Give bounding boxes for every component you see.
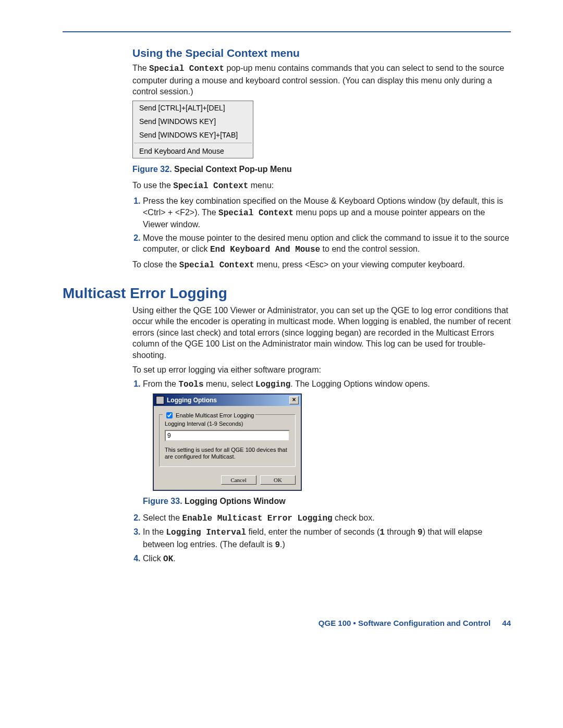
- step-1: Press the key combination specified on t…: [143, 195, 511, 230]
- mel-step-2: Select the Enable Multicast Error Loggin…: [143, 512, 511, 525]
- special-context-steps: Press the key combination specified on t…: [143, 195, 511, 256]
- text: To close the: [132, 260, 179, 269]
- menu-item-send-windows-key[interactable]: Send [WINDOWS KEY]: [133, 115, 253, 128]
- intro-paragraph-2: To use the Special Context menu:: [132, 180, 511, 192]
- page-body: Using the Special Context menu The Speci…: [63, 47, 511, 589]
- term-special-context: Special Context: [173, 181, 248, 191]
- term-logging-interval: Logging Interval: [166, 528, 246, 537]
- figure-32-caption: Figure 32. Special Context Pop-up Menu: [132, 164, 511, 175]
- groupbox-enable-logging: Enable Multicast Error Logging Logging I…: [159, 414, 296, 467]
- term-enable-multicast-error-logging: Enable Multicast Error Logging: [182, 514, 333, 523]
- num-1: 1: [380, 528, 385, 537]
- mel-steps: From the Tools menu, select Logging. The…: [143, 378, 511, 565]
- enable-multicast-error-logging-checkbox[interactable]: [166, 412, 173, 418]
- page-top-rule: [63, 31, 511, 32]
- mel-step-1: From the Tools menu, select Logging. The…: [143, 378, 511, 507]
- figure-title: Logging Options Window: [182, 497, 286, 505]
- text: The: [132, 64, 149, 72]
- groupbox-legend[interactable]: Enable Multicast Error Logging: [163, 411, 255, 420]
- text: menu, press <Esc> on your viewing comput…: [254, 260, 465, 269]
- text: .: [173, 554, 175, 563]
- close-menu-instruction: To close the Special Context menu, press…: [132, 259, 511, 272]
- mel-intro: Using either the QGE 100 Viewer or Admin…: [132, 305, 511, 361]
- text: field, enter the number of seconds (: [246, 527, 380, 536]
- page-footer: QGE 100 • Software Configuration and Con…: [63, 619, 511, 627]
- text: menu:: [248, 181, 274, 190]
- dialog-titlebar[interactable]: Logging Options ×: [154, 394, 301, 406]
- num-9a: 9: [418, 528, 423, 537]
- text: From the: [143, 379, 178, 388]
- dialog-title: Logging Options: [167, 396, 289, 404]
- text: menu, select: [203, 379, 255, 388]
- text: . The Logging Options window opens.: [290, 379, 430, 388]
- checkbox-label: Enable Multicast Error Logging: [176, 412, 254, 418]
- term-logging: Logging: [255, 380, 290, 389]
- heading-multicast-error-logging: Multicast Error Logging: [63, 285, 511, 302]
- logging-interval-label: Logging Interval (1-9 Seconds): [165, 420, 290, 428]
- num-9b: 9: [275, 540, 280, 550]
- term-end-keyboard-mouse: End Keyboard And Mouse: [210, 245, 320, 254]
- term-special-context: Special Context: [149, 64, 224, 73]
- mel-step-3: In the Logging Interval field, enter the…: [143, 526, 511, 551]
- cancel-button[interactable]: Cancel: [221, 475, 256, 485]
- mel-intro2: To set up error logging via either softw…: [132, 364, 511, 376]
- text: to end the control session.: [320, 244, 420, 253]
- figure-33-caption: Figure 33. Logging Options Window: [143, 496, 511, 507]
- term-ok: OK: [163, 554, 173, 564]
- term-special-context: Special Context: [218, 208, 293, 218]
- footer-page-number: 44: [502, 619, 511, 627]
- menu-item-send-windows-tab[interactable]: Send [WINDOWS KEY]+[TAB]: [133, 128, 253, 142]
- figure-title: Special Context Pop-up Menu: [172, 165, 292, 174]
- mel-step-4: Click OK.: [143, 553, 511, 565]
- step-2: Move the mouse pointer to the desired me…: [143, 232, 511, 256]
- text: Select the: [143, 513, 182, 522]
- intro-paragraph-1: The Special Context pop-up menu contains…: [132, 63, 511, 97]
- logging-interval-input[interactable]: [165, 430, 290, 441]
- text: through: [385, 527, 418, 536]
- logging-hint: This setting is used for all QGE 100 dev…: [165, 447, 290, 460]
- menu-item-send-ctrl-alt-del[interactable]: Send [CTRL]+[ALT]+[DEL]: [133, 101, 253, 115]
- menu-item-end-keyboard-mouse[interactable]: End Keyboard And Mouse: [133, 144, 253, 158]
- figure-number: Figure 33.: [143, 497, 182, 505]
- special-context-menu-figure: Send [CTRL]+[ALT]+[DEL] Send [WINDOWS KE…: [132, 101, 253, 158]
- text: To use the: [132, 181, 173, 190]
- text: check box.: [333, 513, 375, 522]
- heading-special-context: Using the Special Context menu: [132, 47, 511, 59]
- close-icon[interactable]: ×: [289, 396, 299, 404]
- menu-separator: [134, 143, 252, 143]
- term-special-context: Special Context: [179, 261, 254, 270]
- text: In the: [143, 527, 166, 536]
- term-tools: Tools: [178, 380, 203, 389]
- text: .): [280, 540, 285, 549]
- ok-button[interactable]: OK: [260, 475, 296, 485]
- footer-product: QGE 100 • Software Configuration and Con…: [319, 619, 491, 627]
- figure-number: Figure 32.: [132, 165, 172, 174]
- text: Click: [143, 554, 163, 563]
- system-icon: [156, 396, 164, 404]
- logging-options-dialog: Logging Options × Enable Multicast Error…: [153, 394, 301, 490]
